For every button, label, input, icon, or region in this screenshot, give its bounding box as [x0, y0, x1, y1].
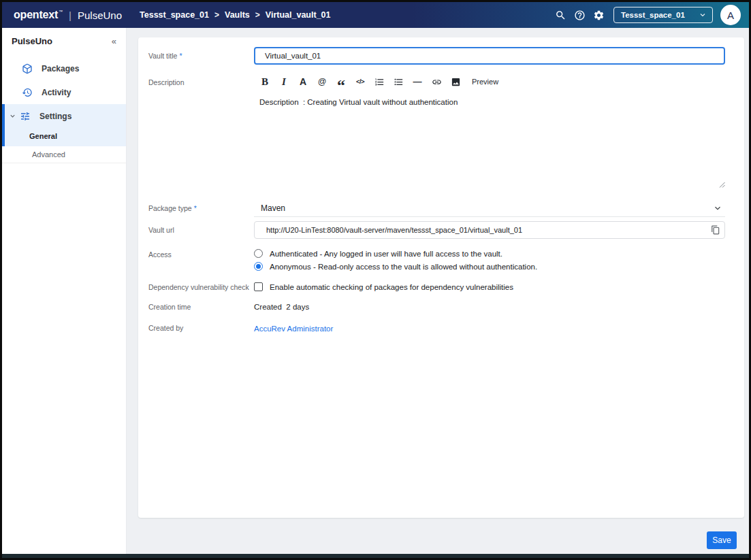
sidebar-subitem-general[interactable]: General: [5, 128, 126, 146]
created-by-row: Created by AccuRev Administrator: [148, 322, 725, 334]
sidebar-item-activity[interactable]: Activity: [2, 80, 126, 104]
markdown-editor: B I A @ “ </> —: [254, 75, 725, 189]
breadcrumb-current-vault: Virtual_vault_01: [266, 10, 331, 20]
package-type-select[interactable]: Maven: [254, 199, 725, 217]
created-by-link[interactable]: AccuRev Administrator: [254, 325, 333, 333]
ordered-list-icon: [374, 77, 385, 87]
window-bottom-edge: [2, 554, 749, 558]
app-window: opentext™ | PulseUno Tessst_space_01 > V…: [0, 0, 751, 560]
sidebar-settings-group: Settings General: [2, 104, 126, 146]
search-button[interactable]: [551, 5, 570, 24]
package-type-value: Maven: [261, 203, 285, 213]
copy-icon: [711, 225, 720, 235]
sidebar-nav: Packages Activity: [2, 50, 126, 163]
image-icon: [451, 77, 461, 87]
breadcrumb-separator: >: [255, 10, 260, 20]
dependency-check-option-label: Enable automatic checking of packages fo…: [270, 283, 513, 291]
resize-grip-icon[interactable]: [718, 181, 725, 188]
mention-button[interactable]: @: [317, 75, 327, 88]
horizontal-rule-button[interactable]: —: [412, 75, 423, 88]
help-button[interactable]: [570, 5, 589, 24]
vault-title-label: Vault title*: [148, 52, 254, 60]
created-by-label: Created by: [148, 324, 254, 332]
topbar-actions: Tessst_space_01 A: [551, 5, 741, 25]
space-selector-dropdown[interactable]: Tessst_space_01: [613, 7, 713, 23]
vault-url-label: Vault url: [148, 226, 254, 234]
vault-url-input[interactable]: [254, 221, 725, 239]
access-option-anonymous[interactable]: Anonymous - Read-only access to the vaul…: [254, 260, 725, 273]
chevron-down-icon: [9, 112, 16, 120]
brand-opentext: opentext: [14, 9, 58, 21]
user-avatar[interactable]: A: [720, 5, 741, 25]
sidebar-collapse-button[interactable]: «: [112, 36, 116, 46]
breadcrumb-separator: >: [214, 10, 219, 20]
top-bar: opentext™ | PulseUno Tessst_space_01 > V…: [2, 2, 749, 28]
save-button[interactable]: Save: [707, 531, 737, 549]
dependency-check-option[interactable]: Enable automatic checking of packages fo…: [254, 282, 725, 291]
package-cube-icon: [22, 63, 33, 74]
chevron-down-icon: [713, 203, 722, 213]
access-label: Access: [148, 247, 254, 259]
breadcrumb-space[interactable]: Tessst_space_01: [140, 10, 209, 20]
link-button[interactable]: [431, 77, 442, 87]
search-icon: [555, 10, 566, 21]
trademark-mark: ™: [59, 10, 63, 14]
required-asterisk: *: [179, 52, 182, 60]
sidebar-header: PulseUno «: [2, 28, 126, 50]
font-size-button[interactable]: A: [298, 75, 308, 88]
avatar-initial: A: [727, 10, 734, 21]
creation-time-value: Created 2 days: [254, 303, 725, 311]
dependency-check-row: Dependency vulnerability check Enable au…: [148, 282, 725, 291]
sidebar-item-label: Settings: [39, 112, 71, 121]
bullet-list-icon: [394, 77, 404, 87]
access-row: Access Authenticated - Any logged in use…: [148, 247, 725, 273]
sidebar-item-settings[interactable]: Settings: [5, 104, 126, 128]
brand-product: PulseUno: [78, 10, 122, 21]
package-type-label: Package type*: [148, 204, 254, 212]
gear-icon: [593, 10, 605, 21]
sidebar-item-packages[interactable]: Packages: [2, 56, 126, 80]
access-option-label: Anonymous - Read-only access to the vaul…: [270, 263, 537, 271]
dependency-check-label: Dependency vulnerability check: [148, 283, 254, 291]
copy-url-button[interactable]: [711, 225, 720, 235]
sidebar-subitem-advanced[interactable]: Advanced: [2, 146, 126, 163]
preview-button[interactable]: Preview: [472, 75, 498, 88]
code-button[interactable]: </>: [355, 75, 366, 88]
vault-settings-form: Vault title* Description B I A @ “: [138, 37, 744, 518]
ordered-list-button[interactable]: [374, 77, 385, 87]
sliders-icon: [20, 111, 31, 122]
description-label: Description: [148, 75, 254, 86]
brand-logo: opentext™ | PulseUno: [14, 9, 122, 21]
markdown-toolbar: B I A @ “ </> —: [254, 75, 725, 88]
sidebar-item-label: Activity: [42, 88, 71, 97]
italic-button[interactable]: I: [278, 75, 289, 88]
help-icon: [574, 10, 586, 21]
sidebar-item-label: Packages: [42, 64, 79, 73]
radio-unchecked-icon[interactable]: [254, 249, 263, 258]
history-icon: [22, 87, 33, 98]
checkbox-unchecked-icon[interactable]: [254, 282, 263, 291]
bold-button[interactable]: B: [259, 75, 270, 88]
bullet-list-button[interactable]: [393, 77, 404, 87]
access-option-authenticated[interactable]: Authenticated - Any logged in user will …: [254, 247, 725, 260]
form-footer: Save: [127, 518, 749, 549]
link-icon: [432, 77, 442, 87]
image-button[interactable]: [450, 77, 461, 87]
vault-url-row: Vault url: [148, 221, 725, 239]
settings-gear-button[interactable]: [589, 5, 608, 24]
creation-time-row: Creation time Created 2 days: [148, 303, 725, 311]
breadcrumb: Tessst_space_01 > Vaults > Virtual_vault…: [140, 10, 330, 20]
description-text: Description : Creating Virtual vault wit…: [254, 88, 725, 106]
breadcrumb-vaults[interactable]: Vaults: [225, 10, 250, 20]
space-selector-value: Tessst_space_01: [621, 11, 685, 19]
description-editor[interactable]: Description : Creating Virtual vault wit…: [254, 88, 725, 189]
sidebar: PulseUno « Packages Activity: [2, 28, 127, 554]
creation-time-label: Creation time: [148, 303, 254, 311]
chevron-down-icon: [699, 11, 707, 19]
vault-title-input[interactable]: [254, 47, 725, 65]
access-option-label: Authenticated - Any logged in user will …: [270, 250, 502, 258]
radio-checked-icon[interactable]: [254, 262, 263, 271]
brand-divider: |: [69, 10, 71, 21]
package-type-row: Package type* Maven: [148, 199, 725, 217]
main-content: Vault title* Description B I A @ “: [127, 28, 749, 554]
